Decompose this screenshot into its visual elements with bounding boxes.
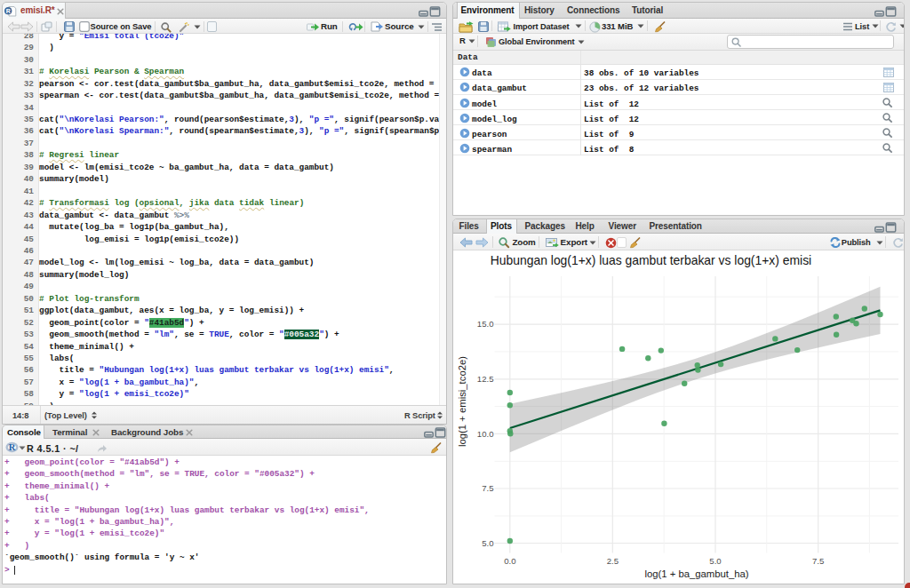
svg-text:15.0: 15.0 bbox=[477, 319, 494, 329]
svg-text:10.0: 10.0 bbox=[477, 429, 494, 439]
svg-text:7.5: 7.5 bbox=[812, 556, 824, 566]
svg-text:5.0: 5.0 bbox=[482, 538, 493, 548]
svg-text:7.5: 7.5 bbox=[482, 483, 493, 493]
svg-text:log(1 + ba_gambut_ha): log(1 + ba_gambut_ha) bbox=[644, 568, 748, 579]
svg-text:R: R bbox=[6, 7, 11, 13]
svg-text:5.0: 5.0 bbox=[709, 556, 721, 566]
svg-text:R: R bbox=[9, 442, 16, 452]
svg-text:log(1 + emisi_tco2e): log(1 + emisi_tco2e) bbox=[457, 356, 467, 447]
svg-text:Hubungan log(1+x) luas gambut: Hubungan log(1+x) luas gambut terbakar v… bbox=[491, 253, 811, 267]
svg-text:12.5: 12.5 bbox=[477, 374, 494, 384]
svg-text:0.0: 0.0 bbox=[504, 556, 515, 566]
svg-text:2.5: 2.5 bbox=[607, 556, 619, 566]
